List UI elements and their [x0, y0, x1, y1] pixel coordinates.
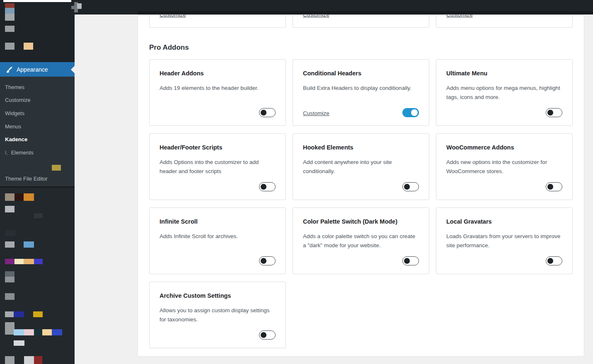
addon-card: Header/Footer Scripts Adds Options into … — [149, 133, 286, 200]
customize-link[interactable]: Customize — [160, 15, 186, 18]
addon-toggle[interactable] — [546, 256, 562, 265]
pro-addons-grid: Header Addons Adds 19 elements to the he… — [149, 59, 573, 348]
addon-toggle[interactable] — [402, 256, 419, 265]
glitch-color-block — [5, 43, 15, 50]
addon-toggle[interactable] — [259, 330, 276, 340]
glitch-color-block — [5, 322, 15, 335]
addon-description: Adds a color palette switch so you can c… — [303, 232, 419, 250]
toggle-knob — [547, 110, 553, 116]
toggle-knob — [404, 184, 410, 190]
toggle-knob — [261, 184, 266, 190]
addon-description: Adds Infinite Scroll for archives. — [160, 232, 276, 241]
admin-bar — [0, 0, 593, 14]
sidebar-item-kadence[interactable]: Kadence — [5, 136, 27, 143]
glitch-color-block — [24, 329, 34, 335]
addon-toggle[interactable] — [402, 182, 419, 191]
addon-card: Infinite Scroll Adds Infinite Scroll for… — [149, 207, 286, 274]
glitch-stripes — [138, 11, 593, 14]
glitch-color-block — [24, 356, 34, 364]
sidebar-item-appearance[interactable]: Appearance — [0, 62, 75, 77]
sidebar-divider — [0, 186, 75, 188]
addon-title: Archive Custom Settings — [160, 292, 276, 299]
toggle-knob — [404, 258, 410, 264]
glitch-color-block — [15, 193, 24, 201]
main-content: CustomizeCustomizeCustomize Pro Addons H… — [75, 0, 593, 364]
page-title: Pro Addons — [149, 43, 573, 52]
customize-link[interactable]: Customize — [303, 110, 329, 116]
glitch-color-block — [5, 311, 14, 317]
addon-title: Header Addons — [160, 70, 276, 77]
addon-title: WooCommerce Addons — [446, 144, 562, 151]
addon-card: Local Gravatars Loads Gravatars from you… — [436, 207, 573, 274]
addon-toggle[interactable] — [259, 108, 276, 117]
addon-description: Add content anywhere into your site cond… — [303, 158, 419, 176]
kadence-settings-panel: CustomizeCustomizeCustomize Pro Addons H… — [138, 14, 584, 357]
addon-description: Adds new options into the customizer for… — [446, 158, 562, 176]
glitch-color-block — [15, 259, 24, 264]
addon-title: Local Gravatars — [446, 218, 562, 225]
cut-off-addon-card: Customize — [436, 15, 573, 28]
glitch-color-block — [33, 311, 43, 317]
toggle-knob — [411, 109, 418, 116]
addon-title: Infinite Scroll — [160, 218, 276, 225]
addon-toggle[interactable] — [259, 182, 276, 191]
addon-description: Adds 19 elements to the header builder. — [160, 84, 276, 93]
glitch-color-block — [34, 259, 43, 264]
glitch-color-block — [5, 14, 15, 21]
glitch-color-block — [5, 259, 15, 264]
addon-toggle[interactable] — [402, 108, 419, 117]
sidebar-item-menus[interactable]: Menus — [5, 123, 21, 130]
toggle-knob — [261, 258, 266, 264]
glitch-color-block — [24, 259, 34, 264]
addon-card: Color Palette Switch (Dark Mode) Adds a … — [293, 207, 429, 274]
glitch-color-block — [5, 277, 15, 282]
admin-bar-plus-icon[interactable] — [71, 2, 82, 13]
sidebar-item-widgets[interactable]: Widgets — [5, 110, 24, 117]
elements-icon: I, — [5, 150, 8, 156]
glitch-color-block — [5, 271, 15, 277]
glitch-color-block — [24, 193, 34, 201]
glitch-color-block — [5, 293, 15, 300]
glitch-color-block — [5, 206, 15, 212]
glitch-color-block — [5, 26, 15, 32]
glitch-color-block — [5, 356, 15, 364]
glitch-color-block — [5, 193, 15, 201]
addon-card: Header Addons Adds 19 elements to the he… — [149, 59, 286, 126]
addon-card: Conditional Headers Build Extra Headers … — [293, 59, 429, 126]
cut-off-addon-card: Customize — [149, 15, 286, 28]
addon-card: WooCommerce Addons Adds new options into… — [436, 133, 573, 200]
addon-toggle[interactable] — [259, 256, 276, 265]
cut-off-card-row: CustomizeCustomizeCustomize — [149, 15, 574, 28]
sidebar-item-elements[interactable]: I,Elements — [5, 149, 34, 156]
glitch-color-block — [24, 241, 34, 248]
customize-link[interactable]: Customize — [446, 15, 473, 18]
sidebar-item-customize[interactable]: Customize — [5, 97, 30, 104]
addon-title: Header/Footer Scripts — [160, 144, 276, 151]
addon-title: Hooked Elements — [303, 144, 419, 151]
sidebar-item-themes[interactable]: Themes — [5, 84, 24, 91]
addon-card: Ultimate Menu Adds menu options for mega… — [436, 59, 573, 126]
addon-toggle[interactable] — [546, 108, 562, 117]
cut-off-addon-card: Customize — [293, 15, 429, 28]
appearance-submenu: ThemesCustomizeWidgetsMenusKadenceI,Elem… — [0, 77, 75, 188]
customize-link[interactable]: Customize — [303, 15, 329, 18]
sidebar-item-theme-file-editor[interactable]: Theme File Editor — [5, 176, 48, 182]
glitch-color-block — [5, 241, 15, 248]
glitch-color-block — [14, 311, 24, 317]
glitch-color-block — [14, 329, 24, 335]
toggle-knob — [547, 184, 553, 190]
toggle-knob — [547, 258, 553, 264]
addon-title: Ultimate Menu — [446, 70, 562, 77]
glitch-color-block — [34, 329, 42, 335]
paintbrush-icon — [5, 66, 13, 73]
addon-description: Allows you to assign custom display sett… — [160, 306, 276, 324]
glitch-color-block — [34, 356, 42, 364]
admin-sidebar: Appearance ThemesCustomizeWidgetsMenusKa… — [0, 0, 75, 364]
addon-description: Adds menu options for mega menus, highli… — [446, 84, 562, 102]
addon-description: Build Extra Headers to display condition… — [303, 84, 419, 93]
glitch-color-block — [52, 165, 61, 171]
addon-description: Adds Options into the customizer to add … — [160, 158, 276, 176]
current-menu-arrow — [71, 66, 75, 73]
toggle-knob — [261, 110, 266, 116]
addon-toggle[interactable] — [546, 182, 562, 191]
